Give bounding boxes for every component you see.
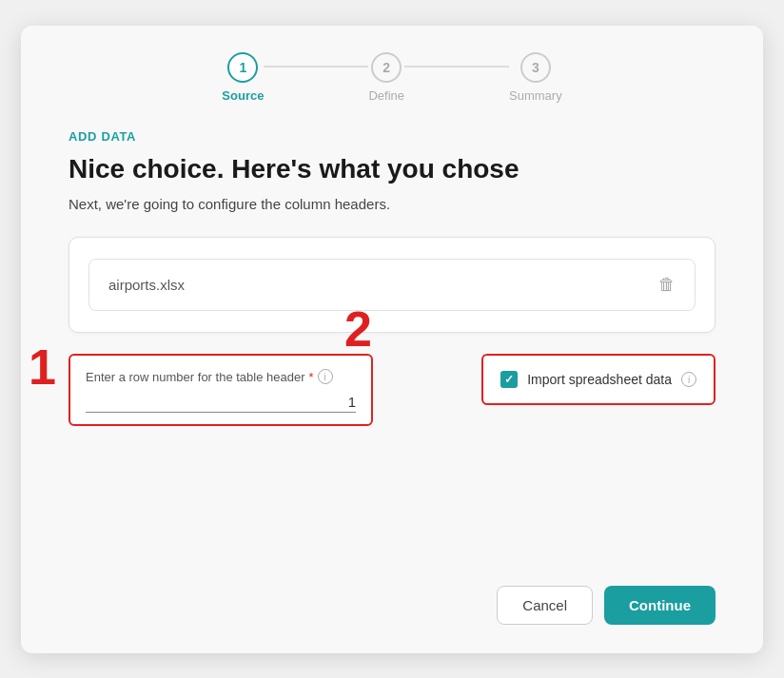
step-summary: 3 Summary xyxy=(509,52,562,103)
step-3-circle: 3 xyxy=(520,52,551,83)
row-number-info-icon[interactable]: i xyxy=(318,369,333,384)
step-2-circle: 2 xyxy=(371,52,402,83)
step-line-1-2 xyxy=(264,66,368,68)
required-marker: * xyxy=(309,370,314,384)
cancel-button[interactable]: Cancel xyxy=(497,586,593,625)
file-upload-area: airports.xlsx 🗑 xyxy=(69,237,715,333)
import-checkbox[interactable] xyxy=(500,371,518,388)
import-label: Import spreadsheet data xyxy=(527,372,672,387)
page-title: Nice choice. Here's what you chose xyxy=(69,153,715,185)
delete-file-button[interactable]: 🗑 xyxy=(658,275,676,295)
footer: Cancel Continue xyxy=(21,586,763,625)
row-number-label: Enter a row number for the table header … xyxy=(86,369,356,384)
add-data-label: ADD DATA xyxy=(69,129,715,144)
step-2-label: Define xyxy=(368,88,404,103)
step-define: 2 Define xyxy=(368,52,404,103)
step-3-label: Summary xyxy=(509,88,562,103)
file-name: airports.xlsx xyxy=(108,277,185,293)
import-spreadsheet-box: Import spreadsheet data i xyxy=(481,354,715,405)
page-subtitle: Next, we're going to configure the colum… xyxy=(69,196,715,212)
stepper: 1 Source 2 Define 3 Summary xyxy=(21,26,763,120)
callout-2: 2 xyxy=(344,304,372,354)
modal-container: 1 Source 2 Define 3 Summary ADD DATA Nic… xyxy=(21,26,763,653)
options-row: 1 Enter a row number for the table heade… xyxy=(69,354,715,426)
row-number-label-text: Enter a row number for the table header xyxy=(86,370,305,384)
step-line-2-3 xyxy=(404,66,509,68)
callout-1: 1 xyxy=(29,342,56,392)
step-1-label: Source xyxy=(222,88,264,103)
import-info-icon[interactable]: i xyxy=(681,372,696,387)
row-number-input[interactable] xyxy=(86,392,356,413)
continue-button[interactable]: Continue xyxy=(604,586,715,625)
row-number-box: Enter a row number for the table header … xyxy=(69,354,373,426)
main-content: ADD DATA Nice choice. Here's what you ch… xyxy=(21,120,763,475)
step-1-circle: 1 xyxy=(227,52,258,83)
file-row: airports.xlsx 🗑 xyxy=(88,259,696,311)
step-source: 1 Source xyxy=(222,52,264,103)
